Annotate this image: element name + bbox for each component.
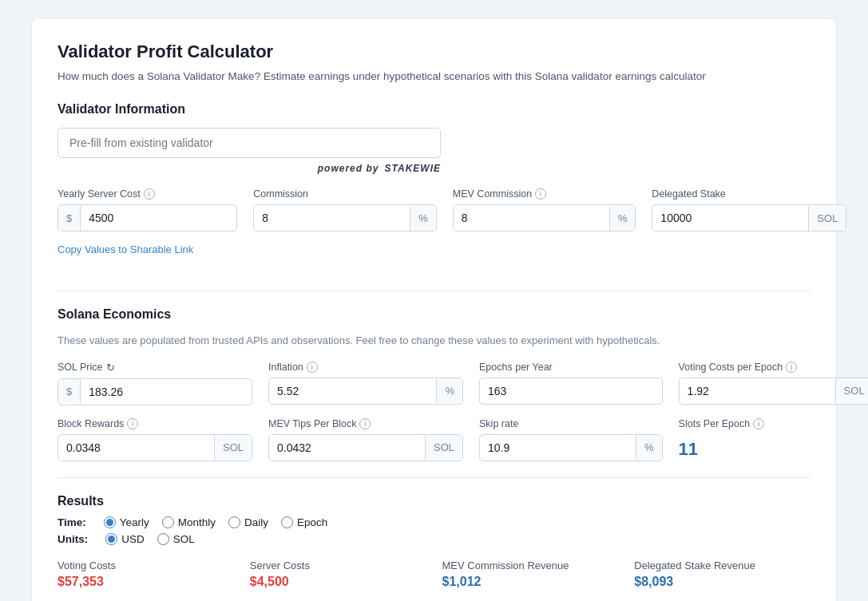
block-rewards-input[interactable] <box>58 435 214 461</box>
voting-costs-result-label: Voting Costs <box>57 559 234 571</box>
powered-by-brand: STAKEWIE <box>385 163 441 174</box>
slots-per-epoch-value: 11 <box>679 439 698 459</box>
block-rewards-field: Block Rewards i SOL <box>57 418 252 461</box>
time-radio-epoch[interactable] <box>281 516 293 528</box>
sol-price-input[interactable] <box>81 379 252 405</box>
mev-tips-label: MEV Tips Per Block i <box>268 418 463 429</box>
epochs-per-year-input-wrapper <box>479 378 663 405</box>
units-option-sol[interactable]: SOL <box>157 533 195 545</box>
mev-commission-input[interactable] <box>454 205 609 231</box>
solana-economics-section-title: Solana Economics <box>57 307 811 322</box>
mev-commission-field: MEV Commission i % <box>453 188 636 231</box>
page-subtitle: How much does a Solana Validator Make? E… <box>57 69 811 85</box>
mev-commission-info-icon[interactable]: i <box>535 188 546 200</box>
yearly-server-cost-input[interactable] <box>81 205 236 231</box>
delegated-stake-suffix: SOL <box>808 206 846 231</box>
time-option-yearly-label: Yearly <box>120 516 149 528</box>
delegated-stake-input[interactable] <box>652 205 808 231</box>
time-option-monthly-label: Monthly <box>178 516 216 528</box>
commission-input-wrapper: % <box>253 204 437 231</box>
inflation-field: Inflation i % <box>268 362 463 405</box>
time-units-controls: Time: Yearly Monthly Daily <box>57 516 811 545</box>
sol-price-refresh-icon[interactable]: ↻ <box>106 362 115 374</box>
sol-price-label: SOL Price ↻ <box>57 362 252 374</box>
time-option-monthly[interactable]: Monthly <box>162 516 216 528</box>
mev-tips-field: MEV Tips Per Block i SOL <box>268 418 463 461</box>
sol-price-prefix: $ <box>58 379 81 404</box>
time-radio-monthly[interactable] <box>162 516 174 528</box>
block-rewards-input-wrapper: SOL <box>57 434 252 461</box>
solana-economics-desc: These values are populated from trusted … <box>57 333 811 349</box>
yearly-server-cost-info-icon[interactable]: i <box>144 188 155 200</box>
mev-tips-suffix: SOL <box>425 435 462 460</box>
skip-rate-field: Skip rate % <box>479 418 663 461</box>
mev-commission-revenue-result-label: MEV Commission Revenue <box>442 559 619 571</box>
time-option-daily[interactable]: Daily <box>228 516 268 528</box>
epochs-per-year-label: Epochs per Year <box>479 362 663 373</box>
results-section: Results Time: Yearly Monthly Daily <box>57 494 811 601</box>
units-option-usd[interactable]: USD <box>105 533 145 545</box>
validator-info-section-title: Validator Information <box>57 102 811 117</box>
yearly-server-cost-label: Yearly Server Cost i <box>57 188 237 200</box>
units-label: Units: <box>57 533 88 545</box>
skip-rate-input-wrapper: % <box>479 434 663 461</box>
epochs-per-year-input[interactable] <box>480 378 662 404</box>
inflation-input-wrapper: % <box>268 378 463 405</box>
inflation-input[interactable] <box>269 378 436 404</box>
mev-tips-input[interactable] <box>269 435 425 461</box>
commission-label: Commission <box>253 188 437 200</box>
time-option-yearly[interactable]: Yearly <box>104 516 149 528</box>
time-option-epoch-label: Epoch <box>297 516 327 528</box>
voting-costs-per-epoch-label: Voting Costs per Epoch i <box>679 362 868 373</box>
server-costs-result-value: $4,500 <box>250 575 426 589</box>
mev-tips-input-wrapper: SOL <box>268 434 463 461</box>
delegated-stake-revenue-result: Delegated Stake Revenue $8,093 <box>634 559 811 589</box>
time-radio-daily[interactable] <box>228 516 240 528</box>
time-radio-yearly[interactable] <box>104 516 116 528</box>
yearly-server-cost-prefix: $ <box>58 206 81 231</box>
delegated-stake-revenue-result-value: $8,093 <box>634 575 811 589</box>
units-radio-group: Units: USD SOL <box>57 533 811 545</box>
delegated-stake-input-wrapper: SOL <box>652 204 846 231</box>
block-rewards-label: Block Rewards i <box>57 418 252 429</box>
skip-rate-input[interactable] <box>480 435 636 461</box>
block-rewards-info-icon[interactable]: i <box>127 418 138 429</box>
units-radio-sol[interactable] <box>157 533 169 545</box>
slots-per-epoch-field: Slots Per Epoch i 11 <box>679 418 868 461</box>
units-radio-usd[interactable] <box>105 533 117 545</box>
section-divider-2 <box>57 477 811 478</box>
time-radio-group: Time: Yearly Monthly Daily <box>57 516 811 528</box>
inflation-info-icon[interactable]: i <box>307 362 318 373</box>
solana-economics-fields-grid: SOL Price ↻ $ Inflation i % <box>57 362 811 461</box>
mev-commission-revenue-result: MEV Commission Revenue $1,012 <box>442 559 619 589</box>
time-label: Time: <box>57 516 86 528</box>
copy-sharable-link[interactable]: Copy Values to Sharable Link <box>57 243 193 255</box>
mev-tips-info-icon[interactable]: i <box>359 418 371 429</box>
results-section-title: Results <box>57 494 811 508</box>
mev-commission-suffix: % <box>609 206 636 231</box>
time-option-epoch[interactable]: Epoch <box>281 516 327 528</box>
yearly-server-cost-input-wrapper: $ <box>57 204 237 231</box>
commission-input[interactable] <box>254 205 410 231</box>
voting-costs-result: Voting Costs $57,353 <box>57 559 234 589</box>
mev-commission-input-wrapper: % <box>453 204 636 231</box>
units-option-sol-label: SOL <box>173 533 195 545</box>
page-title: Validator Profit Calculator <box>57 42 811 62</box>
inflation-suffix: % <box>436 378 462 403</box>
yearly-server-cost-field: Yearly Server Cost i $ <box>57 188 237 231</box>
mev-commission-label: MEV Commission i <box>453 188 636 200</box>
section-divider-1 <box>57 291 811 291</box>
commission-field: Commission % <box>253 188 437 231</box>
time-option-daily-label: Daily <box>244 516 268 528</box>
voting-costs-per-epoch-input[interactable] <box>680 378 835 404</box>
block-rewards-suffix: SOL <box>214 435 252 460</box>
delegated-stake-field: Delegated Stake SOL <box>652 188 846 231</box>
commission-suffix: % <box>410 206 436 231</box>
delegated-stake-label: Delegated Stake <box>652 188 846 200</box>
slots-per-epoch-info-icon[interactable]: i <box>753 418 764 429</box>
powered-by: powered by STAKEWIE <box>57 163 441 174</box>
powered-by-text: powered by <box>318 163 379 174</box>
voting-costs-info-icon[interactable]: i <box>786 362 797 373</box>
prefill-input[interactable] <box>57 128 441 158</box>
slots-per-epoch-label: Slots Per Epoch i <box>679 418 868 429</box>
